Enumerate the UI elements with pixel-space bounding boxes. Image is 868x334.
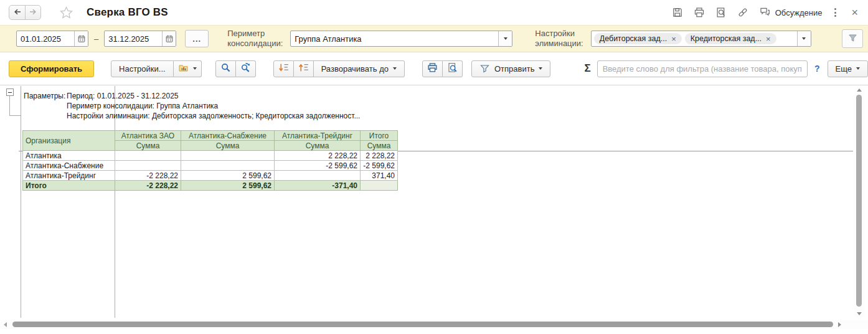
freeze-split-line [397,151,853,151]
report-variants-button[interactable] [174,60,202,77]
back-button[interactable] [9,6,25,19]
vertical-scroll-thumb[interactable] [856,95,862,307]
subheader-cell[interactable]: Сумма [361,141,398,151]
table-row: Атлантика-Трейдинг -2 228,22 2 599,62 37… [23,171,398,181]
parameter-line: Периметр консолидации: Группа Атлантика [67,101,360,111]
total-value-cell[interactable]: -2 228,22 [115,181,181,191]
subheader-cell[interactable]: Сумма [181,141,275,151]
favorite-star-icon[interactable] [60,6,73,19]
help-link[interactable]: ? [814,64,820,74]
print-report-button[interactable] [422,60,443,77]
subheader-cell[interactable]: Сумма [115,141,181,151]
header-cell[interactable]: Атлантика ЗАО [115,131,181,141]
horizontal-scroll-thumb[interactable] [12,322,833,327]
forward-button[interactable] [25,6,40,19]
period-variants-button[interactable]: ... [185,30,209,47]
tag-pill[interactable]: Кредиторская зад... × [685,33,776,44]
collapse-group-toggle[interactable] [6,88,14,96]
filter-settings-button[interactable] [842,29,863,48]
generate-button[interactable]: Сформировать [9,60,94,77]
header-cell[interactable]: Атлантика-Снабжение [181,131,275,141]
calendar-icon[interactable] [74,31,88,46]
settings-group: Настройки... [111,60,202,77]
subheader-cell[interactable]: Сумма [275,141,361,151]
period-to-input[interactable] [105,31,162,46]
row-name-cell[interactable]: Атлантика-Трейдинг [23,171,115,181]
total-row: Итого -2 228,22 2 599,62 -371,40 [23,181,398,191]
magnifier-icon [220,62,231,75]
expand-groups-button[interactable] [273,60,294,77]
value-cell[interactable]: -2 599,62 [361,161,398,171]
column-grid-line [21,86,21,318]
row-name-cell[interactable]: Атлантика-Снабжение [23,161,115,171]
horizontal-scrollbar[interactable] [0,320,868,329]
send-button[interactable]: Отправить [471,60,550,77]
folder-chart-icon [178,63,189,75]
perimeter-input[interactable] [291,31,498,46]
send-label: Отправить [494,64,534,74]
collapse-groups-button[interactable] [294,60,314,77]
grouping-group: Разворачивать до [273,60,405,77]
report-spreadsheet: Параметры: Период: 01.01.2025 - 31.12.20… [0,86,853,318]
more-button[interactable]: Еще [828,60,868,77]
document-magnifier-icon [447,62,458,75]
value-cell[interactable]: -2 599,62 [275,161,361,171]
value-cell[interactable]: 2 228,22 [275,151,361,161]
total-value-cell[interactable] [361,181,398,191]
group-bracket-line [9,115,21,116]
scroll-right-arrow[interactable] [838,322,841,327]
value-cell[interactable] [275,171,361,181]
header-cell[interactable]: Итого [361,131,398,141]
period-dash: – [94,34,98,44]
calendar-icon[interactable] [162,31,176,46]
search-button[interactable] [215,60,236,77]
tag-label: Кредиторская зад... [691,34,762,43]
total-name-cell[interactable]: Итого [23,181,115,191]
vertical-scrollbar[interactable] [854,86,864,318]
org-header-cell[interactable]: Организация [23,131,115,151]
tag-remove-icon[interactable]: × [766,35,771,43]
totals-sigma-button[interactable]: Σ [584,62,590,75]
value-cell[interactable] [181,161,275,171]
link-icon[interactable] [737,7,749,19]
reconciliation-table: Организация Атлантика ЗАО Атлантика-Снаб… [22,130,398,191]
chevron-down-icon[interactable] [498,31,512,46]
row-name-cell[interactable]: Атлантика [23,151,115,161]
value-cell[interactable] [115,151,181,161]
title-bar: Сверка ВГО BS Обсуждение × [0,0,868,25]
tag-remove-icon[interactable]: × [671,35,676,43]
print-preview-icon[interactable] [715,7,727,19]
chevron-down-icon[interactable] [797,31,811,46]
parameters-label: Параметры: [24,91,67,121]
value-cell[interactable]: 2 599,62 [181,171,275,181]
settings-button[interactable]: Настройки... [111,60,174,77]
scroll-left-arrow[interactable] [4,322,7,327]
quick-filter-input[interactable] [597,60,808,77]
period-from-input[interactable] [17,31,74,46]
chevron-down-icon [856,67,860,70]
scroll-up-arrow[interactable] [857,88,862,92]
value-cell[interactable]: 371,40 [361,171,398,181]
save-icon[interactable] [672,7,684,19]
value-cell[interactable] [115,161,181,171]
more-menu-icon[interactable] [832,8,839,17]
scroll-down-arrow[interactable] [857,312,862,315]
printer-icon [427,62,438,75]
arrow-right-icon [28,7,38,19]
discussion-button[interactable]: Обсуждение [759,6,823,19]
close-icon[interactable]: × [849,7,861,18]
value-cell[interactable]: 2 228,22 [361,151,398,161]
expand-to-button[interactable]: Разворачивать до [314,60,405,77]
tag-pill[interactable]: Дебиторская зад... × [594,33,682,44]
print-icon[interactable] [694,7,705,19]
preview-report-button[interactable] [443,60,463,77]
elimination-tags[interactable]: Дебиторская зад... × Кредиторская зад...… [592,31,797,46]
total-value-cell[interactable]: 2 599,62 [181,181,275,191]
search-next-button[interactable] [236,60,256,77]
total-value-cell[interactable]: -371,40 [275,181,361,191]
table-row: Атлантика 2 228,22 2 228,22 [23,151,398,161]
header-cell[interactable]: Атлантика-Трейдинг [275,131,361,141]
period-to-field [104,31,176,47]
value-cell[interactable]: -2 228,22 [115,171,181,181]
value-cell[interactable] [181,151,275,161]
